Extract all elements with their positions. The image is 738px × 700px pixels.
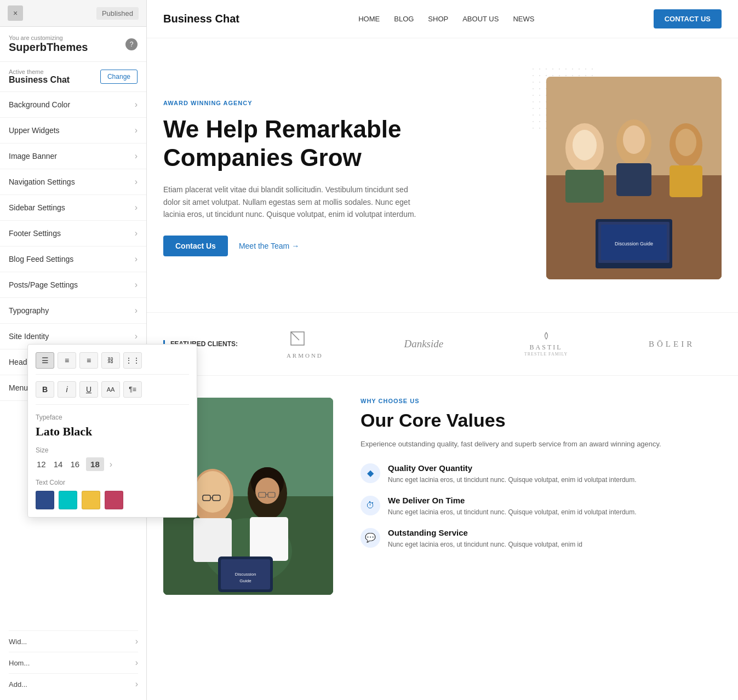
typeface-value: Lato Black: [36, 424, 189, 439]
menu-item-blog-feed-settings[interactable]: Blog Feed Settings›: [0, 246, 146, 272]
clients-section: FEATURED CLIENTS: ARMOND Dankside BASTIL…: [147, 312, 738, 376]
close-button[interactable]: ×: [8, 5, 23, 21]
aa-button[interactable]: AA: [101, 381, 120, 398]
lower-section: Discussion Guide WHY CHOOSE US Our Core …: [147, 376, 738, 617]
size-18[interactable]: 18: [86, 457, 104, 471]
chevron-icon: ›: [135, 228, 138, 238]
typeface-section: Typeface Lato Black: [36, 414, 189, 439]
site-title: SuperbThemes: [9, 41, 88, 54]
italic-button[interactable]: i: [58, 381, 76, 398]
active-theme-section: Active theme Business Chat Change: [0, 62, 146, 92]
active-theme-label: Active theme: [9, 68, 70, 75]
nav-widgets[interactable]: Wid... ›: [9, 630, 138, 652]
nav-news[interactable]: NEWS: [513, 15, 534, 23]
list-button[interactable]: ⋮⋮: [123, 352, 142, 369]
core-values-title: Our Core Values: [361, 410, 722, 431]
help-icon[interactable]: ?: [125, 38, 138, 50]
svg-text:Discussion Guide: Discussion Guide: [615, 241, 653, 246]
quality-desc: Nunc eget lacinia eros, ut tincidunt nun…: [388, 475, 637, 485]
team-photo: Discussion Guide: [546, 77, 722, 279]
link-button[interactable]: ⛓: [101, 352, 120, 369]
color-swatch-teal[interactable]: [59, 491, 77, 509]
chevron-icon: ›: [135, 177, 138, 187]
nav-home[interactable]: Hom... ›: [9, 652, 138, 673]
svg-text:Guide: Guide: [239, 578, 251, 583]
customizing-label: You are customizing: [9, 35, 88, 41]
svg-rect-7: [616, 163, 651, 196]
underline-button[interactable]: U: [79, 381, 98, 398]
value-item-time: ⏱ We Deliver On Time Nunc eget lacinia e…: [361, 496, 722, 517]
text-color-label: Text Color: [36, 479, 189, 486]
hero-buttons: Contact Us Meet the Team →: [163, 236, 530, 256]
color-swatch-blue[interactable]: [36, 491, 54, 509]
site-logo: Business Chat: [163, 13, 239, 25]
nav-add[interactable]: Add... ›: [9, 673, 138, 695]
chevron-icon: ›: [135, 636, 138, 646]
align-right-button[interactable]: ≡: [79, 352, 98, 369]
quality-icon: ◆: [361, 463, 380, 483]
size-section: Size 12 14 16 18 ›: [36, 446, 189, 471]
nav-about[interactable]: ABOUT US: [462, 15, 499, 23]
typo-toolbar: ☰ ≡ ≡ ⛓ ⋮⋮: [36, 352, 189, 375]
nav-home[interactable]: HOME: [358, 15, 380, 23]
align-left-button[interactable]: ☰: [36, 352, 54, 369]
paragraph-button[interactable]: ¶≡: [123, 381, 142, 398]
hero-left: AWARD WINNING AGENCY We Help Remarkable …: [163, 100, 530, 257]
customizing-section: You are customizing SuperbThemes ?: [0, 27, 146, 62]
time-title: We Deliver On Time: [388, 496, 637, 505]
align-center-button[interactable]: ≡: [58, 352, 76, 369]
contact-us-button[interactable]: CONTACT US: [654, 9, 722, 28]
core-values-desc: Experience outstanding quality, fast del…: [361, 439, 722, 450]
menu-item-typography[interactable]: Typography›: [0, 298, 146, 324]
bold-button[interactable]: B: [36, 381, 54, 398]
menu-item-posts-page-settings[interactable]: Posts/Page Settings›: [0, 272, 146, 298]
menu-item-sidebar-settings[interactable]: Sidebar Settings›: [0, 195, 146, 221]
nav-blog[interactable]: BLOG: [394, 15, 414, 23]
hero-description: Etiam placerat velit vitae dui blandit s…: [163, 183, 426, 220]
site-navbar: Business Chat HOME BLOG SHOP ABOUT US NE…: [147, 0, 738, 38]
hero-contact-button[interactable]: Contact Us: [163, 236, 228, 256]
lower-right-content: WHY CHOOSE US Our Core Values Experience…: [361, 398, 722, 595]
published-badge: Published: [96, 7, 139, 20]
svg-point-30: [255, 478, 279, 504]
service-title: Outstanding Service: [388, 528, 582, 537]
client-logo-boleir: BŌLEIR: [649, 340, 695, 349]
svg-rect-25: [193, 518, 232, 562]
color-swatch-red[interactable]: [105, 491, 123, 509]
client-logo-armond: ARMOND: [287, 329, 323, 359]
size-12[interactable]: 12: [36, 457, 47, 471]
svg-rect-4: [565, 170, 604, 203]
nav-shop[interactable]: SHOP: [428, 15, 448, 23]
award-tag: AWARD WINNING AGENCY: [163, 100, 530, 106]
chevron-icon: ›: [135, 331, 138, 341]
menu-item-footer-settings[interactable]: Footer Settings›: [0, 221, 146, 246]
size-label: Size: [36, 446, 189, 454]
svg-text:Discussion: Discussion: [235, 572, 256, 577]
svg-point-6: [623, 125, 645, 154]
size-14[interactable]: 14: [53, 457, 64, 471]
text-color-section: Text Color: [36, 479, 189, 509]
size-more-arrow[interactable]: ›: [110, 460, 112, 469]
menu-item-image-banner[interactable]: Image Banner›: [0, 144, 146, 169]
svg-line-16: [291, 332, 299, 340]
size-16[interactable]: 16: [69, 457, 81, 471]
chevron-icon: ›: [135, 125, 138, 135]
chat-icon: 💬: [361, 528, 380, 548]
change-theme-button[interactable]: Change: [100, 70, 138, 84]
menu-item-navigation-settings[interactable]: Navigation Settings›: [0, 169, 146, 195]
panel-header: × Published: [0, 0, 146, 27]
typeface-label: Typeface: [36, 414, 189, 421]
nav-links: HOME BLOG SHOP ABOUT US NEWS: [358, 15, 534, 23]
menu-item-upper-widgets[interactable]: Upper Widgets›: [0, 118, 146, 144]
service-desc: Nunc eget lacinia eros, ut tincidunt nun…: [388, 540, 582, 549]
chevron-icon: ›: [135, 151, 138, 161]
hero-team-link[interactable]: Meet the Team →: [239, 242, 299, 250]
quality-title: Quality Over Quantity: [388, 463, 637, 473]
menu-item-background-color[interactable]: Background Color›: [0, 92, 146, 118]
color-swatch-yellow[interactable]: [82, 491, 100, 509]
svg-point-3: [573, 130, 597, 160]
active-theme-name: Business Chat: [9, 75, 70, 85]
chevron-icon: ›: [135, 203, 138, 213]
chevron-icon: ›: [135, 679, 138, 689]
svg-rect-10: [670, 165, 702, 197]
